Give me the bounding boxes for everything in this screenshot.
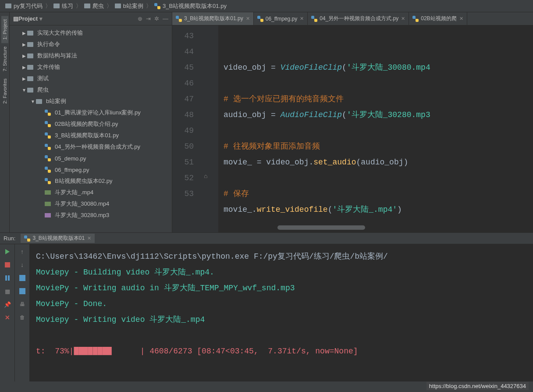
close-icon[interactable]: ✕ (401, 16, 405, 21)
python-icon (45, 132, 51, 139)
tree-row[interactable]: ▼爬虫 (10, 84, 172, 96)
folder-icon (53, 4, 60, 8)
breadcrumb-label: py复习代码 (14, 2, 43, 10)
code-line[interactable] (224, 170, 533, 186)
tree-row[interactable]: ▶执行命令 (10, 39, 172, 50)
tool-window-tab[interactable]: 7: Structure (1, 43, 8, 75)
editor-tab[interactable]: 3_B站视频爬取版本01.py✕ (172, 12, 254, 25)
project-title[interactable]: ▤ Project▾ (13, 15, 43, 22)
code-line[interactable]: movie_ = video_obj.set_audio(audio_obj) (224, 154, 533, 170)
trash-button[interactable]: 🗑 (18, 314, 26, 321)
tree-arrow-icon[interactable]: ▼ (30, 99, 36, 104)
python-icon (412, 16, 419, 22)
tree-row[interactable]: 04_另外一种视频音频合成方式.py (10, 141, 172, 153)
line-number: 44 (172, 44, 194, 60)
code-area[interactable]: 4344454647484950515253 ⌂ video_obj = Vid… (172, 25, 533, 232)
tree-row[interactable]: ▶文件传输 (10, 61, 172, 73)
close-icon[interactable]: ✕ (246, 16, 250, 21)
breadcrumb-label: b站案例 (123, 2, 143, 10)
line-number: 45 (172, 60, 194, 75)
code-line[interactable]: # 往视频对象里面添加音频 (224, 139, 533, 154)
tree-label: 3_B站视频爬取版本01.py (55, 132, 119, 139)
pin-button[interactable]: 📌 (4, 300, 11, 308)
console-output[interactable]: C:\Users\13462\Envs\dj1112\Scripts\pytho… (30, 244, 533, 381)
fold-mark-icon[interactable]: ⌂ (204, 173, 207, 180)
tree-row[interactable]: ▶测试 (10, 73, 172, 84)
tree-arrow-icon[interactable]: ▶ (21, 42, 27, 47)
line-number: 49 (172, 123, 194, 139)
tree-row[interactable]: 斗罗大陆_.mp4 (10, 187, 172, 198)
tree-row[interactable]: 05_demo.py (10, 153, 172, 164)
editor-tab[interactable]: 06_ffmpeg.py✕ (254, 12, 308, 25)
breadcrumb-item[interactable]: py复习代码 (4, 1, 44, 11)
tree-arrow-icon[interactable]: ▶ (21, 76, 27, 81)
code-line[interactable]: movie_.write_videofile('斗罗大陆_.mp4') (224, 202, 533, 217)
run-toolbar-left: ▦ 📌 ✕ (0, 244, 15, 381)
code-line[interactable]: # 选一个对应已拥有的纯音频文件 (224, 91, 533, 107)
tab-label: 04_另外一种视频音频合成方式.py (320, 15, 398, 22)
breadcrumb-item[interactable]: b站案例 (113, 1, 145, 11)
tree-row[interactable]: 斗罗大陆_30280.mp3 (10, 210, 172, 221)
editor-tab[interactable]: 04_另外一种视频音频合成方式.py✕ (308, 12, 409, 25)
tree-label: 数据结构与算法 (37, 52, 77, 60)
rerun-button[interactable] (4, 248, 11, 256)
chevron-right-icon: 〉 (45, 2, 51, 10)
softwrap-button[interactable] (18, 274, 26, 282)
code-line[interactable] (224, 123, 533, 139)
code-line[interactable] (224, 75, 533, 91)
tree-label: 爬虫 (37, 86, 49, 94)
tree-row[interactable]: ▶实现大文件的传输 (10, 27, 172, 39)
tab-label: 06_ffmpeg.py (266, 16, 298, 22)
close-icon[interactable]: ✕ (300, 16, 304, 21)
code-line[interactable]: video_obj = VideoFileClip('斗罗大陆_30080.mp… (224, 60, 533, 75)
run-title: Run: (4, 235, 15, 242)
tree-label: B站视频爬虫版本02.py (55, 177, 112, 185)
line-number: 52 (172, 170, 194, 186)
locate-icon[interactable]: ⊕ (138, 15, 142, 22)
tool-window-tab[interactable]: 2: Favorites (1, 75, 8, 107)
up-button[interactable]: ↑ (18, 248, 26, 256)
tree-row[interactable]: ▶数据结构与算法 (10, 50, 172, 61)
breadcrumb-item[interactable]: 练习 (52, 1, 75, 11)
tree-row[interactable]: B站视频爬虫版本02.py (10, 175, 172, 187)
tree-arrow-icon[interactable]: ▼ (21, 88, 27, 93)
line-number: 46 (172, 75, 194, 91)
tree-arrow-icon[interactable]: ▶ (21, 31, 27, 36)
breadcrumb-item[interactable]: 爬虫 (82, 1, 106, 11)
tree-row[interactable]: 3_B站视频爬取版本01.py (10, 130, 172, 141)
hide-icon[interactable]: — (163, 15, 168, 22)
tree-row[interactable]: ▼b站案例 (10, 96, 172, 107)
folder-icon (27, 31, 33, 36)
code-content[interactable]: video_obj = VideoFileClip('斗罗大陆_30080.mp… (218, 25, 533, 232)
tree-row[interactable]: 斗罗大陆_30080.mp4 (10, 198, 172, 210)
console-line: C:\Users\13462\Envs\dj1112\Scripts\pytho… (36, 249, 527, 264)
close-button[interactable]: ✕ (4, 314, 11, 321)
run-tab[interactable]: 3_B站视频爬取版本01 ✕ (21, 234, 95, 243)
tree-arrow-icon[interactable]: ▶ (21, 65, 27, 70)
settings-icon[interactable]: ✲ (154, 15, 159, 22)
tool-window-tab[interactable]: 1: Project (1, 16, 8, 43)
scroll-button[interactable] (18, 287, 26, 295)
collapse-icon[interactable]: ⇥ (146, 15, 151, 22)
close-icon[interactable]: ✕ (459, 16, 463, 21)
tree-row[interactable]: 02B站视频的爬取介绍.py (10, 118, 172, 130)
code-line[interactable] (224, 217, 533, 232)
horizontal-scrollbar[interactable] (277, 225, 365, 230)
tree-row[interactable]: 01_腾讯课堂评论入库liunx案例.py (10, 107, 172, 118)
watermark: https://blog.csdn.net/weixin_44327634 (426, 382, 529, 390)
layout-button[interactable]: ▦ (4, 287, 11, 295)
stop-button[interactable] (4, 261, 11, 269)
pause-button[interactable] (4, 274, 11, 282)
breadcrumb-item[interactable]: 3_B站视频爬取版本01.py (153, 1, 228, 11)
gutter-marks: ⌂ (199, 25, 218, 232)
down-button[interactable]: ↓ (18, 261, 26, 269)
tree-label: 测试 (37, 75, 49, 82)
folder-icon (27, 65, 33, 70)
code-line[interactable]: # 保存 (224, 186, 533, 202)
code-line[interactable]: audio_obj = AudioFileClip('斗罗大陆_30280.mp… (224, 107, 533, 123)
print-button[interactable]: 🖶 (18, 300, 26, 308)
close-icon[interactable]: ✕ (87, 235, 91, 241)
editor-tab[interactable]: 02B站视频的爬✕ (409, 12, 467, 25)
tree-arrow-icon[interactable]: ▶ (21, 53, 27, 58)
tree-row[interactable]: 06_ffmpeg.py (10, 164, 172, 175)
